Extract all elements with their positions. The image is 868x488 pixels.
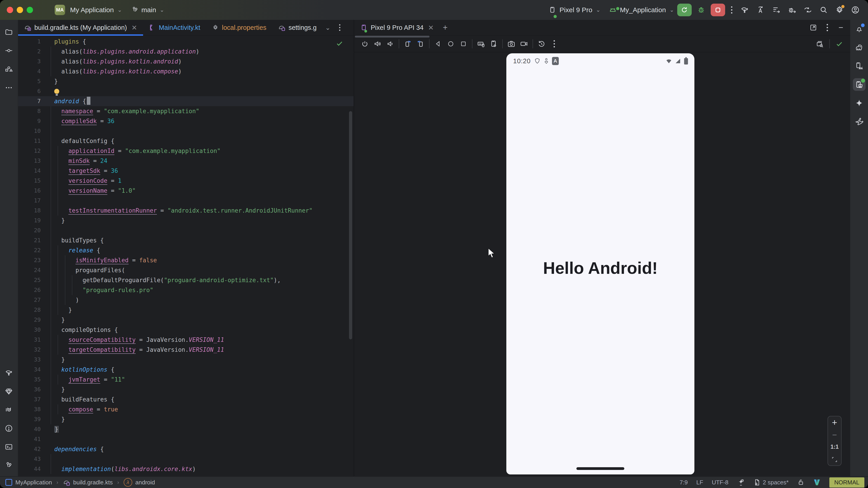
search-everywhere-button[interactable] [817,4,830,16]
hidden-tabs-chevron-icon[interactable]: ⌄ [325,24,331,31]
build-button[interactable] [738,4,751,16]
ui-check-icon[interactable] [816,40,824,48]
zoom-out-button[interactable]: − [832,432,837,437]
code-editor[interactable]: 1plugins {2 alias(libs.plugins.android.a… [18,36,353,476]
tab-options-kebab[interactable] [337,24,343,31]
code-line[interactable]: 36 } [18,385,353,394]
code-line[interactable]: 16 versionName = "1.0" [18,186,353,196]
code-line[interactable]: 6 [18,86,353,96]
code-line[interactable]: 2 alias(libs.plugins.android.application… [18,46,353,57]
device-settings-button[interactable] [487,38,500,50]
tab-build-gradle[interactable]: build.gradle.kts (My Application) ✕ [18,20,143,35]
minimize-window-button[interactable] [17,7,23,13]
code-line[interactable]: 40} [18,424,353,434]
profiler-button[interactable] [770,4,782,16]
code-line[interactable]: 39 } [18,414,353,424]
ideavim-icon[interactable] [813,479,821,486]
breadcrumb-file[interactable]: build.gradle.kts [73,479,113,486]
code-line[interactable]: 9 compileSdk = 36 [18,116,353,126]
settings-button[interactable] [833,4,846,16]
volume-up-button[interactable] [371,38,384,50]
vim-mode-badge[interactable]: NORMAL [829,477,864,488]
code-line[interactable]: 42dependencies { [18,444,353,454]
code-line[interactable]: 10 [18,126,353,136]
tool-logcat-button[interactable] [2,403,15,416]
tool-project-button[interactable] [2,26,15,38]
breadcrumb[interactable]: MyApplication › build.gradle.kts › λ and… [5,478,155,487]
tool-notifications-button[interactable] [853,23,866,35]
fit-to-window-icon[interactable] [831,456,838,463]
code-line[interactable]: 44 implementation(libs.androidx.core.ktx… [18,464,353,474]
hardware-input-button[interactable] [475,38,487,50]
code-line[interactable]: 38 compose = true [18,404,353,414]
line-separator-widget[interactable]: LF [696,479,703,486]
gesture-pill[interactable] [577,467,624,470]
close-tab-icon[interactable]: ✕ [428,24,434,32]
tab-mainactivity[interactable]: MainActivity.kt [143,20,206,35]
device-more-kebab[interactable] [548,38,561,50]
breadcrumb-element[interactable]: android [135,479,155,486]
code-line[interactable]: 34 kotlinOptions { [18,365,353,375]
code-line[interactable]: 3 alias(libs.plugins.kotlin.android) [18,57,353,66]
panel-options-kebab[interactable] [824,24,831,31]
run-configuration-selector[interactable]: My_Application ⌄ [609,6,674,14]
code-line[interactable]: 22 release { [18,246,353,255]
screenshot-button[interactable] [505,38,518,50]
encoding-widget[interactable]: UTF-8 [712,479,728,486]
code-line[interactable]: 18 testInstrumentationRunner = "androidx… [18,205,353,216]
code-line[interactable]: 4 alias(libs.plugins.kotlin.compose) [18,66,353,76]
cursor-position-widget[interactable]: 7:9 [680,479,688,486]
close-window-button[interactable] [7,7,13,13]
code-line[interactable]: 29 } [18,315,353,325]
code-line[interactable]: 12 applicationId = "com.example.myapplic… [18,146,353,156]
code-line[interactable]: 25 getDefaultProguardFile("proguard-andr… [18,275,353,285]
more-run-actions-kebab[interactable] [728,6,735,13]
code-line[interactable]: 24 proguardFiles( [18,265,353,275]
tool-gradle-button[interactable] [853,41,866,54]
code-line[interactable]: 31 sourceCompatibility = JavaVersion.VER… [18,335,353,345]
tool-running-devices-button[interactable] [853,78,866,91]
code-line[interactable]: 13 minSdk = 24 [18,156,353,166]
stop-button[interactable] [711,4,725,16]
rotate-left-button[interactable] [401,38,414,50]
code-line[interactable]: 1plugins { [18,37,353,46]
attach-debugger-button[interactable] [786,4,798,16]
rerun-button[interactable] [677,4,692,16]
tool-journeys-button[interactable] [853,115,866,128]
tool-problems-button[interactable] [2,422,15,435]
tool-commit-button[interactable] [2,44,15,57]
code-line[interactable]: 21 buildTypes { [18,235,353,246]
code-line[interactable]: 11 defaultConfig { [18,136,353,146]
tool-version-control-button[interactable] [2,459,15,472]
code-line[interactable]: 15 versionCode = 1 [18,176,353,186]
volume-down-button[interactable] [384,38,397,50]
code-line[interactable]: 26 "proguard-rules.pro" [18,285,353,295]
project-widget[interactable]: My Application ⌄ [70,6,122,14]
account-button[interactable] [849,4,862,16]
breadcrumb-project[interactable]: MyApplication [16,479,52,486]
new-device-tab-button[interactable]: + [440,20,451,35]
debug-button[interactable] [695,4,708,16]
tab-local-properties[interactable]: local.properties [206,20,272,35]
android-back-button[interactable] [432,38,444,50]
code-line[interactable]: 32 targetCompatibility = JavaVersion.VER… [18,345,353,355]
code-line[interactable]: 20 [18,225,353,235]
android-overview-button[interactable] [457,38,470,50]
zoom-in-button[interactable]: + [832,419,837,426]
toolbar-scrollbar[interactable] [355,36,430,37]
hide-panel-icon[interactable] [837,24,844,31]
vcs-widget[interactable]: main ⌄ [131,6,164,14]
rotate-right-button[interactable] [414,38,427,50]
code-line[interactable]: 5} [18,76,353,86]
open-in-new-window-icon[interactable] [809,24,817,31]
zoom-actual-size-button[interactable]: 1:1 [831,444,839,450]
tool-structure-button[interactable] [2,63,15,75]
code-line[interactable]: 19 } [18,216,353,225]
android-home-button[interactable] [444,38,457,50]
code-line[interactable]: 17 [18,196,353,205]
tab-device[interactable]: Pixel 9 Pro API 34 ✕ [354,20,440,35]
code-line[interactable]: 43 [18,454,353,464]
code-line[interactable]: 23 isMinifyEnabled = false [18,255,353,265]
screen-record-button[interactable] [518,38,530,50]
tool-profiler-button[interactable] [2,385,15,398]
